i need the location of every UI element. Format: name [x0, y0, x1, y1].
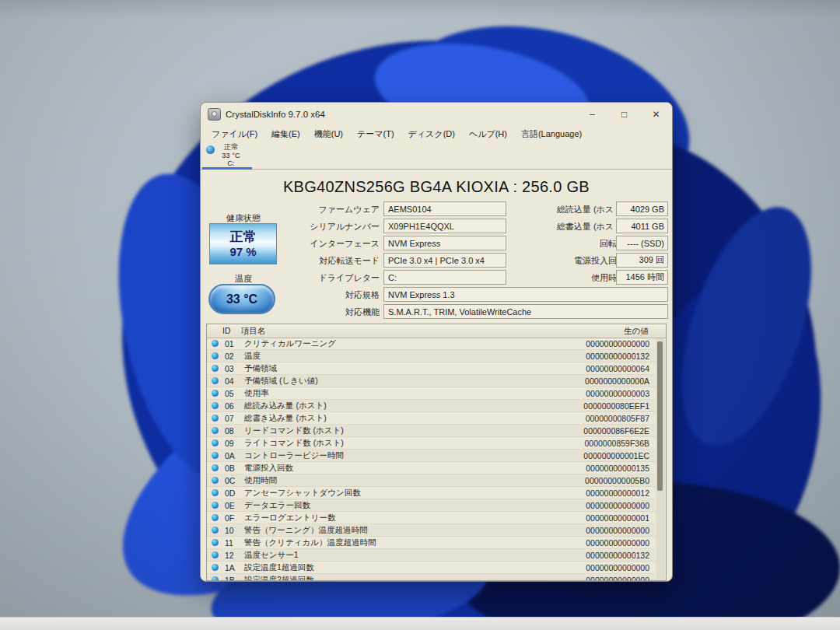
attribute-name: 予備領域 (しきい値): [244, 376, 555, 387]
attribute-name: 警告（ワーニング）温度超過時間: [244, 525, 555, 536]
header-raw-value: 生の値: [624, 326, 649, 337]
smart-table-row[interactable]: 09 ライトコマンド数 (ホスト) 0000000859F36B: [207, 437, 655, 450]
smart-table-row[interactable]: 0E データエラー回数 00000000000000: [207, 499, 655, 512]
smart-table-row[interactable]: 03 予備領域 00000000000064: [207, 362, 655, 375]
header-name: 項目名: [241, 326, 266, 337]
header-id: ID: [222, 326, 231, 335]
drive-tab-c[interactable]: 正常 33 °C C:: [202, 142, 252, 169]
crystaldiskinfo-window: CrystalDiskInfo 9.7.0 x64 – □ ✕ ファイル(F) …: [200, 102, 673, 582]
attribute-name: 温度: [244, 351, 555, 362]
vertical-scrollbar[interactable]: [656, 338, 665, 579]
menu-item-label: 言語(Language): [521, 129, 582, 138]
menu-item[interactable]: 言語(Language): [514, 127, 589, 142]
attribute-status-dot-icon: [212, 377, 219, 384]
attribute-name: 温度センサー1: [244, 550, 555, 561]
attribute-status-dot-icon: [212, 427, 219, 434]
attribute-id: 12: [225, 551, 244, 560]
attribute-raw-value: 00000000000064: [555, 364, 655, 373]
smart-table-row[interactable]: 02 温度 00000000000132: [207, 350, 655, 362]
attribute-status-dot-icon: [212, 489, 219, 496]
drive-tab-status: 正常: [213, 143, 249, 152]
attribute-raw-value: 00000000000132: [555, 352, 655, 361]
menu-bar: ファイル(F) 編集(E) 機能(U) テーマ(T) ディスク(D) ヘルプ(H…: [201, 126, 672, 142]
attribute-raw-value: 00000000000012: [555, 488, 655, 498]
attribute-status-dot-icon: [212, 564, 219, 571]
smart-table-row[interactable]: 12 温度センサー1 00000000000132: [207, 549, 655, 562]
attribute-name: エラーログエントリー数: [244, 513, 555, 523]
attribute-id: 11: [225, 538, 244, 548]
menu-item[interactable]: ディスク(D): [401, 127, 462, 142]
attribute-id: 0F: [225, 513, 244, 523]
attribute-raw-value: 00000000000000: [555, 339, 655, 348]
attribute-raw-value: 00000000000003: [555, 389, 655, 398]
menu-item[interactable]: ヘルプ(H): [462, 127, 514, 142]
attribute-id: 07: [225, 414, 244, 423]
attribute-name: コントローラービジー時間: [244, 450, 555, 461]
attribute-name: 設定温度1超過回数: [244, 562, 555, 573]
attribute-raw-value: 00000000000135: [555, 464, 655, 473]
attribute-raw-value: 00000000000000: [555, 526, 655, 535]
info-field-row: 総読込量 (ホスト) 4029 GB: [201, 201, 668, 216]
info-field-value: 309 回: [616, 253, 668, 268]
attribute-raw-value: 00000000805F87: [555, 414, 655, 423]
smart-table-row[interactable]: 05 使用率 00000000000003: [207, 387, 655, 400]
close-button[interactable]: ✕: [640, 103, 672, 126]
scrollbar-thumb[interactable]: [657, 341, 663, 491]
attribute-name: 警告（クリティカル）温度超過時間: [244, 537, 555, 548]
menu-item[interactable]: ファイル(F): [205, 127, 264, 142]
attribute-name: リードコマンド数 (ホスト): [244, 425, 555, 436]
device-title: KBG40ZNS256G BG4A KIOXIA : 256.0 GB: [201, 178, 672, 196]
attribute-id: 0D: [225, 488, 244, 498]
smart-table-row[interactable]: 11 警告（クリティカル）温度超過時間 00000000000000: [207, 537, 655, 549]
menu-item-label: ディスク(D): [408, 129, 455, 138]
info-field-value: NVM Express 1.3: [383, 287, 668, 302]
maximize-button[interactable]: □: [608, 103, 640, 126]
attribute-raw-value: 000000000001EC: [555, 451, 655, 460]
smart-table-row[interactable]: 1B 設定温度2超過回数 00000000000000: [207, 574, 655, 580]
menu-item[interactable]: 機能(U): [307, 127, 350, 142]
drive-tab-letter: C:: [213, 159, 249, 168]
menu-item[interactable]: 編集(E): [264, 127, 307, 142]
smart-table-row[interactable]: 06 総読み込み量 (ホスト) 0000000080EEF1: [207, 400, 655, 412]
titlebar[interactable]: CrystalDiskInfo 9.7.0 x64 – □ ✕: [201, 103, 672, 126]
attribute-status-dot-icon: [212, 514, 219, 521]
smart-table-row[interactable]: 0A コントローラービジー時間 000000000001EC: [207, 450, 655, 462]
attribute-id: 01: [225, 339, 244, 348]
info-field-row: 対応機能 S.M.A.R.T., TRIM, VolatileWriteCach…: [201, 304, 668, 319]
attribute-status-dot-icon: [212, 340, 219, 347]
minimize-button[interactable]: –: [576, 103, 608, 126]
attribute-status-dot-icon: [212, 415, 219, 422]
smart-table-row[interactable]: 01 クリティカルワーニング 00000000000000: [207, 338, 655, 350]
drive-tab-labels: 正常 33 °C C:: [213, 143, 249, 168]
smart-attributes-table: ID 項目名 生の値 01 クリティカルワーニング 00000000000000…: [206, 324, 667, 581]
attribute-raw-value: 00000000000000: [555, 501, 655, 510]
taskbar[interactable]: [0, 617, 840, 630]
attribute-id: 0E: [225, 501, 244, 510]
smart-table-row[interactable]: 04 予備領域 (しきい値) 0000000000000A: [207, 375, 655, 387]
smart-table-row[interactable]: 0C 使用時間 000000000005B0: [207, 474, 655, 487]
smart-table-row[interactable]: 10 警告（ワーニング）温度超過時間 00000000000000: [207, 524, 655, 537]
attribute-id: 1A: [225, 563, 244, 572]
info-field-row: 使用時間 1456 時間: [201, 270, 668, 285]
smart-table-row[interactable]: 07 総書き込み量 (ホスト) 00000000805F87: [207, 412, 655, 425]
info-field-row: 回転数 ---- (SSD): [201, 236, 668, 250]
menu-item[interactable]: テーマ(T): [350, 127, 401, 142]
info-field-label: 回転数: [473, 238, 625, 250]
attribute-id: 05: [225, 389, 244, 398]
smart-table-row[interactable]: 0F エラーログエントリー数 00000000000001: [207, 512, 655, 524]
smart-table-row[interactable]: 0B 電源投入回数 00000000000135: [207, 462, 655, 474]
info-field-value: S.M.A.R.T., TRIM, VolatileWriteCache: [383, 304, 668, 319]
smart-table-row[interactable]: 08 リードコマンド数 (ホスト) 000000086F6E2E: [207, 425, 655, 437]
attribute-id: 0C: [225, 476, 244, 485]
info-field-label: 対応規格: [201, 289, 380, 301]
attribute-id: 03: [225, 364, 244, 373]
smart-table-row[interactable]: 0D アンセーフシャットダウン回数 00000000000012: [207, 487, 655, 499]
attribute-status-dot-icon: [212, 464, 219, 471]
attribute-name: 総読み込み量 (ホスト): [244, 401, 555, 411]
attribute-name: データエラー回数: [244, 500, 555, 511]
smart-table-body: 01 クリティカルワーニング 00000000000000 02 温度 0000…: [207, 338, 655, 580]
info-field-label: 使用時間: [473, 272, 625, 284]
attribute-status-dot-icon: [212, 477, 219, 484]
attribute-id: 1B: [225, 576, 244, 581]
smart-table-row[interactable]: 1A 設定温度1超過回数 00000000000000: [207, 562, 655, 574]
